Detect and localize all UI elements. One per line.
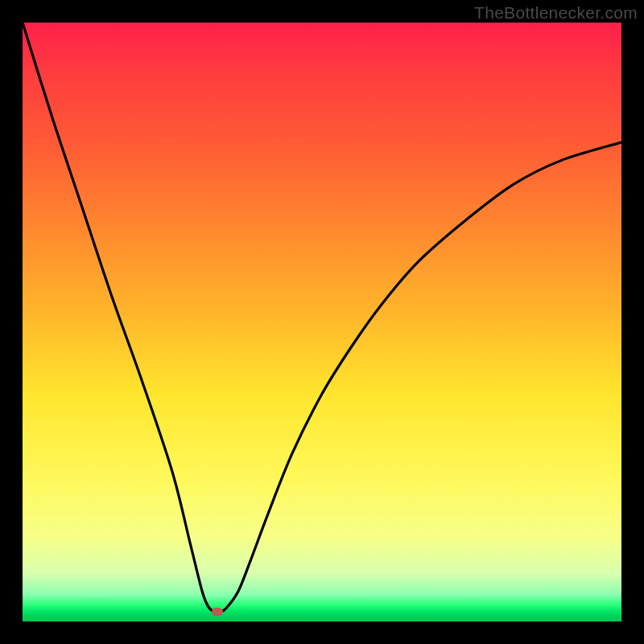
watermark-text: TheBottlenecker.com <box>474 3 638 23</box>
bottleneck-curve <box>23 23 621 621</box>
minimum-marker <box>212 608 223 616</box>
chart-frame: TheBottlenecker.com <box>0 0 644 644</box>
plot-area <box>23 23 621 621</box>
